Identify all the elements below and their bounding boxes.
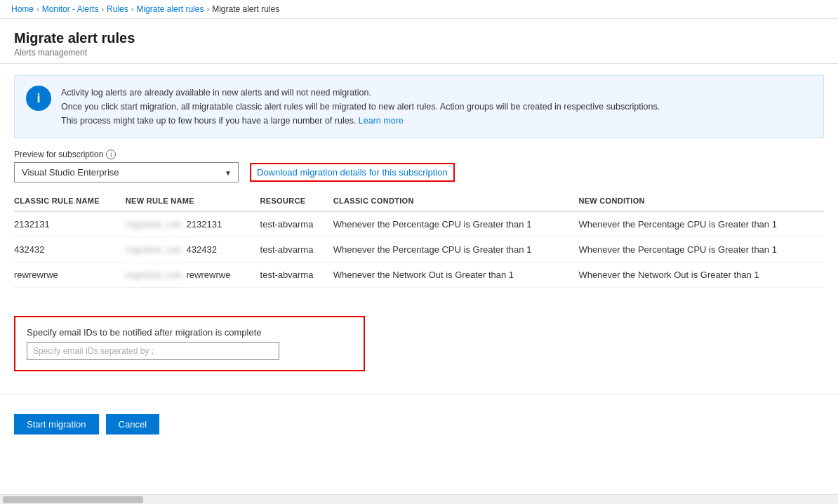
col-resource: Resource xyxy=(260,191,333,211)
breadcrumb-sep-2: › xyxy=(101,5,104,13)
breadcrumb-home[interactable]: Home xyxy=(11,4,34,14)
email-input[interactable] xyxy=(27,342,279,360)
rule-suffix: 432432 xyxy=(187,244,217,255)
info-line1: Activity log alerts are already availabl… xyxy=(61,88,371,98)
email-section: Specify email IDs to be notified after m… xyxy=(14,316,365,371)
download-migration-link[interactable]: Download migration details for this subs… xyxy=(250,163,455,182)
blurred-rule-prefix: migrated_rule_ xyxy=(126,219,187,230)
cell-classic-rule: 432432 xyxy=(14,237,126,263)
cancel-button[interactable]: Cancel xyxy=(106,414,159,435)
cell-resource: test-abvarma xyxy=(260,211,333,237)
blurred-rule-prefix: migrated_rule_ xyxy=(126,270,187,280)
learn-more-link[interactable]: Learn more xyxy=(359,116,404,126)
info-text: Activity log alerts are already availabl… xyxy=(61,86,660,128)
subscription-row: Preview for subscription i Visual Studio… xyxy=(14,150,824,183)
breadcrumb-rules[interactable]: Rules xyxy=(107,4,128,14)
top-bar: Home › Monitor - Alerts › Rules › Migrat… xyxy=(0,0,838,19)
email-label: Specify email IDs to be notified after m… xyxy=(27,327,352,338)
action-bar: Start migration Cancel xyxy=(0,406,838,443)
table-row: 2132131migrated_rule_2132131test-abvarma… xyxy=(14,211,824,237)
cell-classic-rule: rewrewrwe xyxy=(14,263,126,288)
page-subtitle: Alerts management xyxy=(14,48,824,58)
breadcrumb-sep-3: › xyxy=(131,5,134,13)
cell-classic-condition: Whenever the Percentage CPU is Greater t… xyxy=(333,211,579,237)
page-title: Migrate alert rules xyxy=(14,30,824,46)
cell-new-condition: Whenever the Percentage CPU is Greater t… xyxy=(578,211,824,237)
cell-new-condition: Whenever the Percentage CPU is Greater t… xyxy=(578,237,824,263)
blurred-rule-prefix: migrated_rule_ xyxy=(126,244,187,255)
bottom-divider xyxy=(0,394,838,394)
breadcrumb-current: Migrate alert rules xyxy=(212,4,279,14)
table-body: 2132131migrated_rule_2132131test-abvarma… xyxy=(14,211,824,288)
col-classic-rule-name: Classic Rule Name xyxy=(14,191,126,211)
breadcrumb-sep-1: › xyxy=(36,5,39,13)
info-icon: i xyxy=(26,86,51,111)
rule-suffix: 2132131 xyxy=(187,219,222,230)
subscription-info-icon[interactable]: i xyxy=(106,150,116,159)
cell-resource: test-abvarma xyxy=(260,263,333,288)
cell-new-rule: migrated_rule_2132131 xyxy=(126,211,260,237)
breadcrumb-sep-4: › xyxy=(206,5,209,13)
breadcrumb-monitor-alerts[interactable]: Monitor - Alerts xyxy=(42,4,99,14)
cell-resource: test-abvarma xyxy=(260,237,333,263)
cell-new-rule: migrated_rule_rewrewrwe xyxy=(126,263,260,288)
col-classic-condition: Classic Condtion xyxy=(333,191,579,211)
rules-table: Classic Rule Name New Rule Name Resource… xyxy=(14,191,824,288)
rule-suffix: rewrewrwe xyxy=(187,270,231,280)
breadcrumb-migrate-alert-rules-link[interactable]: Migrate alert rules xyxy=(136,4,204,14)
cell-classic-rule: 2132131 xyxy=(14,211,126,237)
content-area: Preview for subscription i Visual Studio… xyxy=(0,150,838,383)
subscription-dropdown-wrapper: Visual Studio Enterprise ▼ xyxy=(14,162,239,183)
cell-classic-condition: Whenever the Percentage CPU is Greater t… xyxy=(333,237,579,263)
subscription-label: Preview for subscription i xyxy=(14,150,239,159)
info-line2: Once you click start migration, all migr… xyxy=(61,102,660,112)
breadcrumb: Home › Monitor - Alerts › Rules › Migrat… xyxy=(11,4,279,14)
info-banner: i Activity log alerts are already availa… xyxy=(14,75,824,138)
cell-new-rule: migrated_rule_432432 xyxy=(126,237,260,263)
cell-new-condition: Whenever the Network Out is Greater than… xyxy=(578,263,824,288)
start-migration-button[interactable]: Start migration xyxy=(14,414,99,435)
info-line3: This process might take up to few hours … xyxy=(61,116,356,126)
cell-classic-condition: Whenever the Network Out is Greater than… xyxy=(333,263,579,288)
subscription-control: Preview for subscription i Visual Studio… xyxy=(14,150,239,183)
table-row: rewrewrwemigrated_rule_rewrewrwetest-abv… xyxy=(14,263,824,288)
col-new-condition: New Condition xyxy=(578,191,824,211)
table-header: Classic Rule Name New Rule Name Resource… xyxy=(14,191,824,211)
page-header: Migrate alert rules Alerts management xyxy=(0,19,838,64)
subscription-dropdown[interactable]: Visual Studio Enterprise xyxy=(14,162,239,183)
col-new-rule-name: New Rule Name xyxy=(126,191,260,211)
table-row: 432432migrated_rule_432432test-abvarmaWh… xyxy=(14,237,824,263)
